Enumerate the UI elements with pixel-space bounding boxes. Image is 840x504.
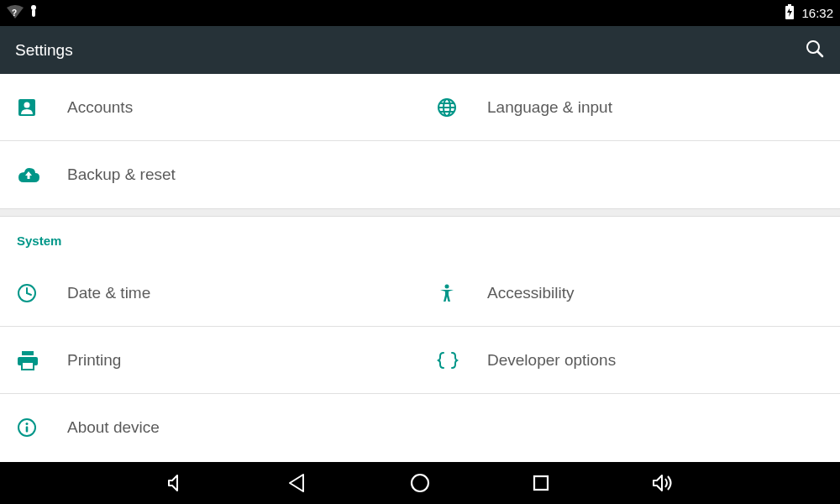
home-circle-icon <box>409 472 431 494</box>
svg-rect-24 <box>534 476 548 490</box>
nav-volume-down-button[interactable] <box>165 473 186 493</box>
svg-rect-22 <box>26 427 29 433</box>
settings-content: Accounts Language & input Backup & reset… <box>0 74 840 462</box>
settings-item-accounts[interactable]: Accounts <box>0 74 420 141</box>
settings-item-accessibility[interactable]: Accessibility <box>420 260 840 327</box>
svg-line-5 <box>817 51 822 56</box>
settings-item-label: About device <box>67 418 160 437</box>
settings-item-label: Backup & reset <box>67 165 176 184</box>
settings-item-label: Printing <box>67 351 121 370</box>
info-icon <box>17 417 67 438</box>
page-title: Settings <box>15 41 73 60</box>
section-divider <box>0 208 840 217</box>
nav-home-button[interactable] <box>409 472 431 494</box>
nav-volume-up-button[interactable] <box>651 473 675 493</box>
svg-point-23 <box>412 475 428 491</box>
braces-icon <box>437 351 487 370</box>
back-icon <box>286 472 308 494</box>
usb-debug-icon <box>29 4 39 22</box>
settings-item-label: Accessibility <box>487 284 574 302</box>
nav-recents-button[interactable] <box>532 474 550 492</box>
settings-item-datetime[interactable]: Date & time <box>0 260 420 327</box>
settings-item-developer[interactable]: Developer options <box>420 327 840 394</box>
recents-square-icon <box>532 474 550 492</box>
section-header-system: System <box>0 217 840 260</box>
settings-item-language[interactable]: Language & input <box>420 74 840 141</box>
svg-rect-17 <box>22 351 34 355</box>
search-button[interactable] <box>805 39 825 62</box>
globe-icon <box>437 97 487 118</box>
svg-rect-1 <box>32 9 35 17</box>
settings-item-label: Accounts <box>67 98 133 117</box>
svg-rect-19 <box>22 362 34 370</box>
svg-rect-2 <box>788 4 791 6</box>
cloud-upload-icon <box>17 165 67 184</box>
status-time: 16:32 <box>801 6 833 20</box>
settings-item-label: Language & input <box>487 98 612 117</box>
wifi-unknown-icon: ? <box>7 5 24 21</box>
search-icon <box>805 39 825 59</box>
status-bar: ? 16:32 <box>0 0 840 26</box>
accessibility-icon <box>437 283 487 303</box>
empty-cell <box>420 394 840 461</box>
battery-icon <box>785 4 795 22</box>
settings-item-label: Date & time <box>67 284 150 302</box>
clock-icon <box>17 283 67 303</box>
volume-high-icon <box>651 473 675 493</box>
app-bar: Settings <box>0 26 840 74</box>
svg-point-16 <box>445 284 449 288</box>
empty-cell <box>420 141 840 208</box>
settings-item-backup[interactable]: Backup & reset <box>0 141 420 208</box>
settings-item-label: Developer options <box>487 351 616 370</box>
volume-low-icon <box>165 473 186 493</box>
nav-back-button[interactable] <box>286 472 308 494</box>
settings-item-about[interactable]: About device <box>0 394 420 461</box>
settings-item-printing[interactable]: Printing <box>0 327 420 394</box>
navigation-bar <box>0 462 840 504</box>
svg-point-7 <box>24 102 30 108</box>
accounts-icon <box>17 97 67 118</box>
svg-point-21 <box>26 423 29 425</box>
printer-icon <box>17 350 67 370</box>
svg-line-15 <box>27 293 31 295</box>
